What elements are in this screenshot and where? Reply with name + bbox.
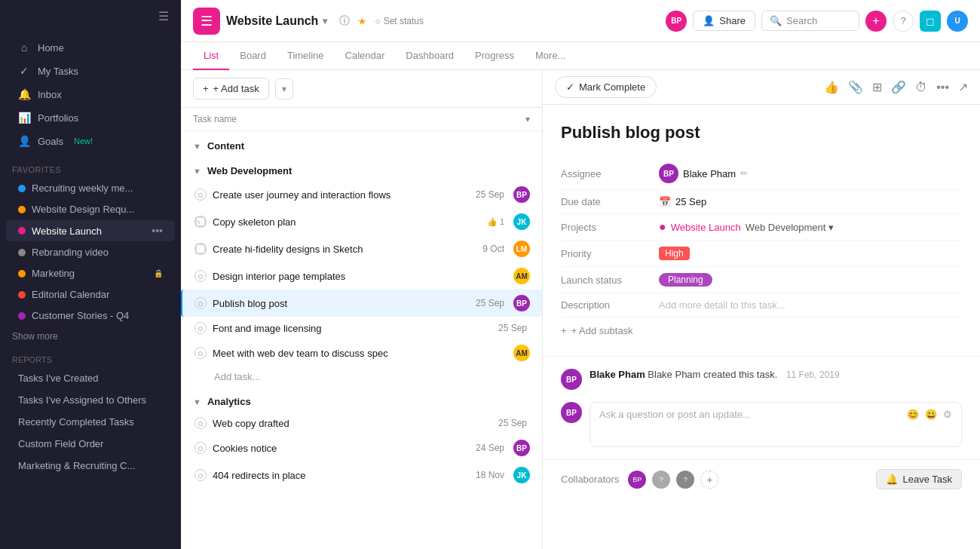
tab-progress[interactable]: Progress [464, 42, 525, 70]
link-icon[interactable]: 🔗 [891, 80, 906, 94]
tab-more[interactable]: More... [525, 42, 576, 70]
attachment-icon[interactable]: 📎 [848, 80, 863, 94]
task-check[interactable]: ○ [194, 322, 207, 334]
sidebar: ☰ ⌂ Home ✓ My Tasks 🔔 Inbox 📊 Portfolios… [0, 0, 181, 549]
favorites-list: Recruiting weekly me... Website Design R… [0, 177, 181, 327]
detail-field-launch-status: Launch status Planning [561, 267, 962, 293]
project-chevron-icon[interactable]: ▾ [323, 16, 327, 26]
task-row[interactable]: ○ 404 redirects in place 18 Nov JK [181, 462, 542, 489]
add-task-inline-web-dev[interactable]: Add task... [181, 367, 542, 387]
star-icon[interactable]: ★ [357, 15, 367, 27]
section-header-content[interactable]: ▼ Content [181, 131, 542, 156]
add-button[interactable]: + [865, 11, 887, 32]
sidebar-report-tasks-assigned[interactable]: Tasks I've Assigned to Others [6, 390, 175, 410]
task-check[interactable]: ○ [194, 347, 207, 359]
add-task-button[interactable]: + + Add task [193, 78, 269, 100]
section-header-analytics[interactable]: ▼ Analytics [181, 387, 542, 412]
sidebar-report-tasks-created[interactable]: Tasks I've Created [6, 368, 175, 388]
task-row[interactable]: ○ Cookies notice 24 Sep BP [181, 434, 542, 462]
sidebar-item-my-tasks[interactable]: ✓ My Tasks [6, 60, 175, 82]
sidebar-report-custom-field[interactable]: Custom Field Order [6, 434, 175, 454]
help-button[interactable]: ? [893, 11, 914, 32]
projects-value[interactable]: ● Website Launch Web Development ▾ [659, 220, 834, 234]
tab-board[interactable]: Board [229, 42, 277, 70]
section-header-web-development[interactable]: ▼ Web Development [181, 156, 542, 181]
mark-complete-button[interactable]: ✓ Mark Complete [555, 76, 657, 98]
tab-calendar[interactable]: Calendar [335, 42, 396, 70]
show-more-button[interactable]: Show more [0, 327, 181, 346]
thumbs-up-icon: 👍 [487, 217, 498, 227]
due-date-value[interactable]: 📅 25 Sep [659, 196, 706, 207]
more-icon[interactable]: ••• [936, 81, 949, 94]
task-row[interactable]: Create hi-fidelity designs in Sketch 9 O… [181, 235, 542, 262]
settings-icon[interactable]: ⚙ [943, 409, 952, 420]
sidebar-fav-item-5[interactable]: Marketing 🔒 [6, 263, 175, 284]
tab-timeline[interactable]: Timeline [277, 42, 335, 70]
detail-panel: ✓ Mark Complete 👍 📎 ⊞ 🔗 ⏱ ••• ↗ Publish … [543, 70, 980, 549]
thumbs-up-icon[interactable]: 👍 [824, 80, 839, 94]
sidebar-item-inbox[interactable]: 🔔 Inbox [6, 83, 175, 106]
info-icon[interactable]: ⓘ [339, 14, 350, 28]
share-icon: 👤 [703, 15, 715, 26]
add-task-dropdown-button[interactable]: ▾ [275, 78, 293, 100]
set-status-button[interactable]: ○ Set status [375, 16, 424, 26]
sidebar-item-goals[interactable]: 👤 Goals New! [6, 130, 175, 152]
assignee-avatar: BP [659, 164, 678, 183]
collaborator-avatar-2: ? [652, 471, 670, 489]
task-row[interactable]: ○ Create user journey and interaction fl… [181, 181, 542, 208]
smiley-icon[interactable]: 😀 [925, 409, 937, 420]
tab-list[interactable]: List [193, 42, 229, 70]
sidebar-fav-item-1[interactable]: Recruiting weekly me... [6, 178, 175, 198]
web-dev-tag[interactable]: Web Development ▾ [746, 222, 835, 233]
reports-label: Reports [0, 346, 181, 367]
sidebar-fav-item-7[interactable]: Customer Stories - Q4 [6, 305, 175, 326]
comment-input-box[interactable]: Ask a question or post an update... 😊 😀 … [590, 402, 962, 447]
task-check[interactable]: ○ [194, 297, 207, 309]
task-row[interactable]: ○ Meet with web dev team to discuss spec… [181, 339, 542, 367]
task-row[interactable]: ○ Font and image licensing 25 Sep [181, 317, 542, 339]
fav-dot [18, 249, 26, 256]
sidebar-top: ☰ [0, 0, 181, 32]
task-check[interactable]: ○ [194, 469, 207, 481]
sidebar-fav-item-2[interactable]: Website Design Requ... [6, 199, 175, 219]
task-row[interactable]: ○ Design interior page templates AM [181, 262, 542, 290]
sidebar-report-marketing[interactable]: Marketing & Recruiting C... [6, 455, 175, 476]
sidebar-fav-item-6[interactable]: Editorial Calendar [6, 284, 175, 305]
website-launch-tag[interactable]: Website Launch [671, 222, 741, 233]
add-subtask-button[interactable]: + + Add subtask [561, 317, 962, 344]
task-row[interactable]: ○ Web copy drafted 25 Sep [181, 412, 542, 434]
hamburger-icon[interactable]: ☰ [158, 9, 169, 23]
sidebar-fav-item-4[interactable]: Rebranding video [6, 242, 175, 262]
tab-dashboard[interactable]: Dashboard [395, 42, 464, 70]
sidebar-fav-item-3[interactable]: Website Launch ••• [6, 220, 175, 241]
priority-value[interactable]: High [659, 247, 690, 260]
description-area[interactable]: Add more detail to this task... [659, 299, 786, 311]
sort-icon[interactable]: ▾ [525, 114, 530, 124]
add-collaborator-button[interactable]: + [700, 471, 718, 489]
sidebar-item-home[interactable]: ⌂ Home [6, 36, 175, 59]
task-avatar: JK [513, 213, 530, 230]
task-check[interactable]: ○ [194, 417, 207, 429]
duplicate-icon[interactable]: ⊞ [872, 80, 882, 94]
task-check[interactable]: ○ [194, 442, 207, 454]
more-icon[interactable]: ••• [152, 225, 163, 237]
project-dot: ● [659, 220, 666, 234]
search-box[interactable]: 🔍 Search [761, 11, 859, 31]
launch-status-value[interactable]: Planning [659, 273, 712, 287]
leave-task-button[interactable]: 🔔 Leave Task [876, 469, 962, 489]
task-row-publish-blog-post[interactable]: ○ Publish blog post 25 Sep BP [181, 290, 542, 317]
notification-icon[interactable]: ◻ [920, 11, 941, 32]
task-row[interactable]: Copy skeleton plan 👍 1 JK [181, 208, 542, 235]
user-avatar-account[interactable]: U [947, 11, 968, 32]
sidebar-item-portfolios[interactable]: 📊 Portfolios [6, 106, 175, 129]
share-button[interactable]: 👤 Share [693, 11, 755, 31]
expand-icon[interactable]: ↗ [958, 80, 968, 94]
assignee-value[interactable]: BP Blake Pham ✏ [659, 164, 748, 183]
task-check[interactable]: ○ [194, 189, 207, 201]
task-check[interactable]: ○ [194, 270, 207, 282]
task-check[interactable] [194, 243, 207, 255]
emoji-icon[interactable]: 😊 [907, 409, 919, 420]
sidebar-report-recently-completed[interactable]: Recently Completed Tasks [6, 412, 175, 432]
task-check[interactable] [194, 216, 207, 228]
timer-icon[interactable]: ⏱ [915, 81, 927, 94]
